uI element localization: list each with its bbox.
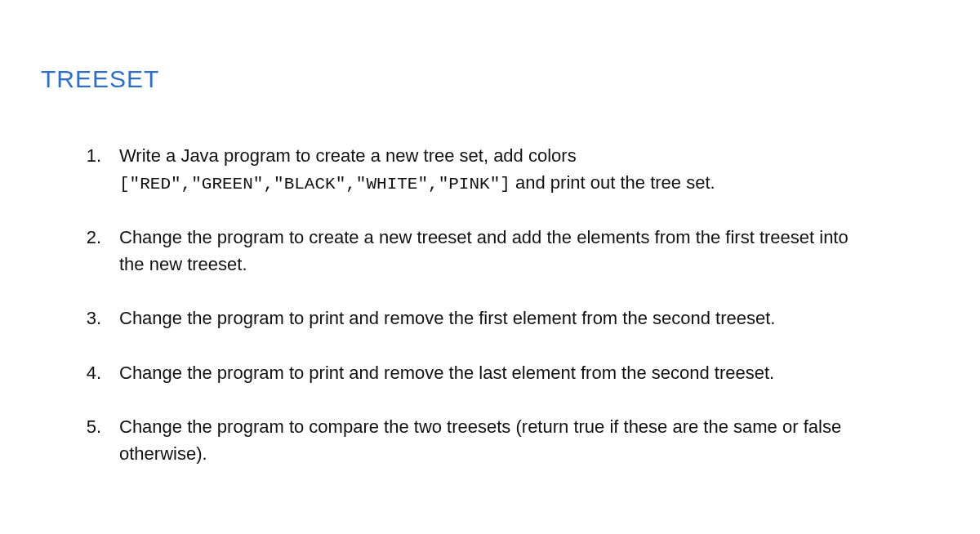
item-content: Change the program to create a new trees… [119,224,858,279]
item-number: 4. [74,359,101,386]
item-content: Change the program to compare the two tr… [119,413,858,469]
item-number: 1. [74,142,101,169]
item-code: ["RED","GREEN","BLACK","WHITE","PINK"] [119,175,510,194]
item-text-pre: Change the program to create a new trees… [119,227,849,274]
item-text-post: and print out the tree set. [515,172,715,193]
page-heading: TREESET [41,65,939,93]
item-text-pre: Change the program to compare the two tr… [119,416,841,464]
item-text-pre: Change the program to print and remove t… [119,308,775,328]
item-number: 3. [74,305,101,332]
list-item: 2. Change the program to create a new tr… [74,224,858,279]
item-text-pre: Write a Java program to create a new tre… [119,145,577,166]
item-content: Change the program to print and remove t… [119,305,858,333]
list-item: 3. Change the program to print and remov… [74,305,858,333]
item-content: Change the program to print and remove t… [119,359,858,388]
item-number: 5. [74,413,101,440]
list-item: 4. Change the program to print and remov… [74,359,858,388]
exercise-list: 1. Write a Java program to create a new … [41,142,858,469]
item-content: Write a Java program to create a new tre… [119,142,858,198]
list-item: 5. Change the program to compare the two… [74,413,858,469]
item-text-pre: Change the program to print and remove t… [119,363,774,383]
item-number: 2. [74,224,101,251]
list-item: 1. Write a Java program to create a new … [74,142,858,198]
